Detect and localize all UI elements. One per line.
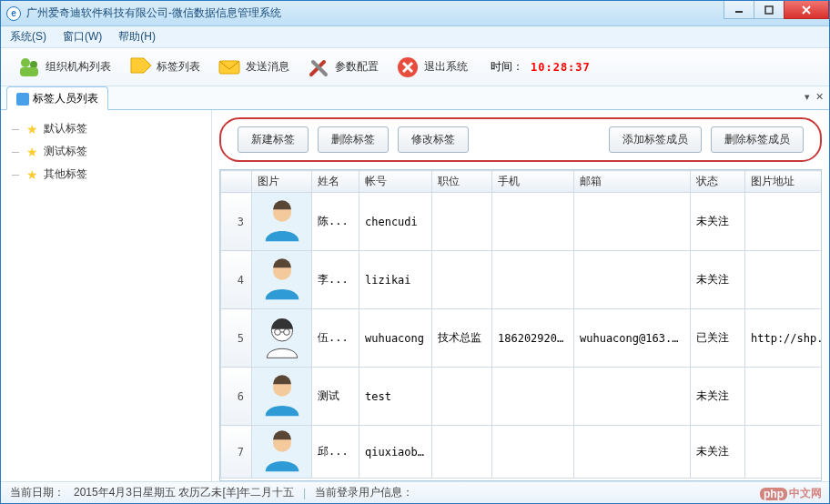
tab-controls: ▾ ✕ xyxy=(805,91,824,103)
titlebar: e 广州爱奇迪软件科技有限公司-微信数据信息管理系统 xyxy=(1,1,829,26)
table-row[interactable]: 4李...lizikai未关注 xyxy=(221,251,823,309)
cell-email: wuhuacong@163.com xyxy=(574,309,691,368)
tb-tag-list[interactable]: 标签列表 xyxy=(121,50,207,85)
col-position[interactable]: 职位 xyxy=(432,171,492,193)
col-status[interactable]: 状态 xyxy=(691,171,745,193)
tab-doc-icon xyxy=(16,93,29,106)
cell-name: 伍... xyxy=(312,309,359,368)
delete-tag-button[interactable]: 删除标签 xyxy=(318,126,389,153)
exit-icon xyxy=(395,55,420,80)
tree-item-test[interactable]: ★测试标签 xyxy=(5,140,208,163)
table-row[interactable]: 7邱...qiuxiaobin未关注 xyxy=(221,426,823,479)
sep: | xyxy=(303,487,306,499)
status-login-label: 当前登录用户信息： xyxy=(315,485,413,500)
content-area: 新建标签 删除标签 修改标签 添加标签成员 删除标签成员 图片 姓名 帐号 xyxy=(212,110,829,481)
new-tag-button[interactable]: 新建标签 xyxy=(238,126,309,153)
col-email[interactable]: 邮箱 xyxy=(574,171,691,193)
cell-pic xyxy=(252,193,312,251)
row-number: 5 xyxy=(221,309,252,368)
cell-name: 邱... xyxy=(312,426,359,479)
time-block: 时间： 10:28:37 xyxy=(491,59,591,75)
cell-position: 技术总监 xyxy=(432,309,492,368)
col-row[interactable] xyxy=(221,171,252,193)
col-account[interactable]: 帐号 xyxy=(359,171,432,193)
cell-status: 未关注 xyxy=(691,426,745,479)
cell-status: 已关注 xyxy=(691,309,745,368)
tb-params[interactable]: 参数配置 xyxy=(299,50,385,85)
tree-item-other[interactable]: ★其他标签 xyxy=(5,163,208,186)
data-grid[interactable]: 图片 姓名 帐号 职位 手机 邮箱 状态 图片地址 3陈...chencudi未… xyxy=(219,169,822,481)
svg-rect-6 xyxy=(20,67,38,76)
tree-label: 测试标签 xyxy=(44,144,87,159)
col-pic-url[interactable]: 图片地址 xyxy=(745,171,823,193)
cell-account: qiuxiaobin xyxy=(359,426,432,479)
tab-tag-members[interactable]: 标签人员列表 xyxy=(6,86,108,110)
tree-item-default[interactable]: ★默认标签 xyxy=(5,117,208,140)
row-number: 4 xyxy=(221,251,252,309)
cell-phone xyxy=(492,251,574,309)
cell-url xyxy=(745,193,823,251)
tag-tree: ★默认标签 ★测试标签 ★其他标签 xyxy=(5,117,208,186)
row-number: 3 xyxy=(221,193,252,251)
delete-member-button[interactable]: 删除标签成员 xyxy=(711,126,804,153)
app-window: e 广州爱奇迪软件科技有限公司-微信数据信息管理系统 系统(S) 窗口(W) 帮… xyxy=(0,0,830,504)
cell-phone xyxy=(492,368,574,426)
close-button[interactable] xyxy=(784,1,829,19)
svg-rect-1 xyxy=(765,6,773,14)
add-member-button[interactable]: 添加标签成员 xyxy=(609,126,702,153)
cell-pic xyxy=(252,309,312,368)
cell-url: http://shp.qpi xyxy=(745,309,823,368)
users-icon xyxy=(16,55,42,80)
menu-window[interactable]: 窗口(W) xyxy=(63,29,102,45)
cell-account: lizikai xyxy=(359,251,432,309)
cell-url xyxy=(745,368,823,426)
svg-point-4 xyxy=(21,58,30,67)
cell-position xyxy=(432,368,492,426)
menu-help[interactable]: 帮助(H) xyxy=(118,29,156,45)
tab-title: 标签人员列表 xyxy=(33,91,98,106)
cell-name: 测试 xyxy=(312,368,359,426)
window-controls xyxy=(724,1,829,19)
maximize-button[interactable] xyxy=(754,1,784,19)
table-header-row: 图片 姓名 帐号 职位 手机 邮箱 状态 图片地址 xyxy=(221,171,823,193)
tb-exit[interactable]: 退出系统 xyxy=(389,50,474,85)
tb-label: 退出系统 xyxy=(424,59,468,75)
tree-label: 其他标签 xyxy=(44,166,87,182)
action-bar: 新建标签 删除标签 修改标签 添加标签成员 删除标签成员 xyxy=(219,117,822,162)
row-number: 7 xyxy=(221,426,252,479)
tab-menu-button[interactable]: ▾ xyxy=(805,91,810,103)
table-row[interactable]: 5伍...wuhuacong技术总监18620292075wuhuacong@1… xyxy=(221,309,823,368)
cell-email xyxy=(574,368,691,426)
menu-system[interactable]: 系统(S) xyxy=(10,29,46,45)
mail-icon xyxy=(217,55,242,80)
table-row[interactable]: 3陈...chencudi未关注 xyxy=(221,193,823,251)
status-date-label: 当前日期： xyxy=(10,485,65,500)
tb-send-message[interactable]: 发送消息 xyxy=(210,50,296,85)
time-label: 时间： xyxy=(491,59,523,75)
tag-icon xyxy=(127,55,153,80)
col-pic[interactable]: 图片 xyxy=(252,171,312,193)
tab-close-button[interactable]: ✕ xyxy=(815,91,824,103)
svg-point-5 xyxy=(30,61,37,68)
cell-phone: 18620292075 xyxy=(492,309,574,368)
tb-org-list[interactable]: 组织机构列表 xyxy=(10,50,117,85)
col-name[interactable]: 姓名 xyxy=(312,171,359,193)
cell-phone xyxy=(492,193,574,251)
window-title: 广州爱奇迪软件科技有限公司-微信数据信息管理系统 xyxy=(26,5,281,21)
main-area: ★默认标签 ★测试标签 ★其他标签 新建标签 删除标签 修改标签 添加标签成员 … xyxy=(1,110,829,481)
star-icon: ★ xyxy=(26,168,38,181)
cell-name: 陈... xyxy=(312,193,359,251)
table-row[interactable]: 6测试test未关注 xyxy=(221,368,823,426)
col-phone[interactable]: 手机 xyxy=(492,171,574,193)
cell-email xyxy=(574,193,691,251)
cell-status: 未关注 xyxy=(691,251,745,309)
tb-label: 组织机构列表 xyxy=(46,59,111,75)
cell-pic xyxy=(252,251,312,309)
cell-status: 未关注 xyxy=(691,193,745,251)
star-icon: ★ xyxy=(26,123,38,136)
minimize-button[interactable] xyxy=(724,1,754,19)
tb-label: 发送消息 xyxy=(246,59,289,75)
star-icon: ★ xyxy=(26,146,38,158)
tree-label: 默认标签 xyxy=(44,121,87,136)
edit-tag-button[interactable]: 修改标签 xyxy=(398,126,469,153)
